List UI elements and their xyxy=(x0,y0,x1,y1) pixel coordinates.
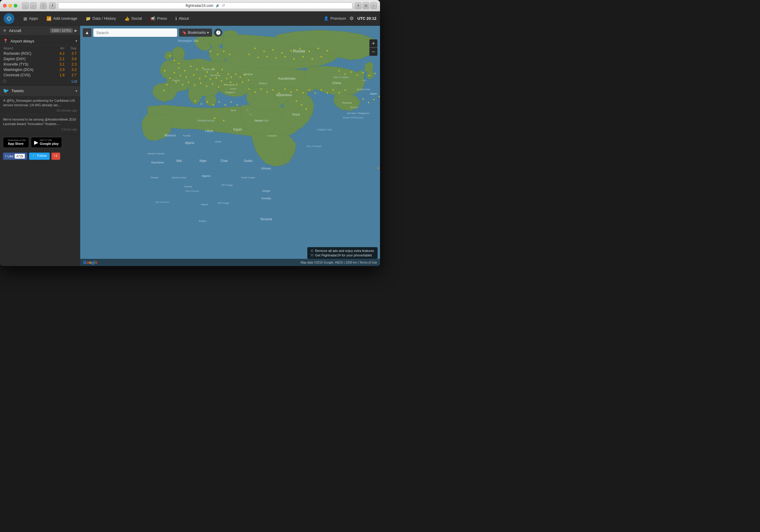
dep-value: 2.3 xyxy=(65,62,77,67)
svg-text:✈: ✈ xyxy=(377,167,380,170)
tweet-time: 26 minutes ago xyxy=(3,109,77,112)
svg-text:Sudan: Sudan xyxy=(244,159,253,163)
svg-text:✈: ✈ xyxy=(272,48,274,51)
forward-button[interactable]: › xyxy=(30,2,36,9)
sidebar-toggle-icon[interactable]: ▤ xyxy=(363,2,369,9)
svg-text:✈: ✈ xyxy=(281,51,283,54)
svg-text:Tunisia: Tunisia xyxy=(183,134,191,137)
svg-text:✈: ✈ xyxy=(220,79,223,82)
app-store-badge[interactable]: Download on the App Store xyxy=(3,137,29,148)
nav-item-about[interactable]: ℹ About xyxy=(171,11,193,26)
svg-text:✈: ✈ xyxy=(350,71,353,73)
browser-chrome: ‹ › ⓘ ⬇ flightradar24.com 🔊 ↺ ⬇ ▤ + xyxy=(0,0,380,11)
svg-text:✈: ✈ xyxy=(223,83,226,86)
arr-value: 2.0 xyxy=(55,67,65,73)
svg-text:South China Sea: South China Sea xyxy=(343,116,363,119)
tweet-text: ✈ @Fly_Norwegian positioning for Caribbe… xyxy=(3,98,77,108)
zoom-in-button[interactable]: + xyxy=(369,39,378,48)
scroll-up-button[interactable]: ▲ xyxy=(82,28,92,37)
svg-text:✈: ✈ xyxy=(263,50,265,53)
nav-item-data-history[interactable]: 📁 Data / History xyxy=(81,11,120,26)
svg-text:✈: ✈ xyxy=(193,73,195,76)
map-background: Norwegian Sea North Sea Sea of Japan Ara… xyxy=(80,26,380,266)
dep-col-header: Dep xyxy=(65,45,77,51)
svg-text:✈: ✈ xyxy=(169,54,171,58)
logo-icon xyxy=(6,15,12,22)
back-button[interactable]: ‹ xyxy=(22,2,29,9)
svg-text:Mali: Mali xyxy=(176,159,182,163)
gplus-button[interactable]: +1 xyxy=(51,153,60,160)
svg-text:✈: ✈ xyxy=(296,89,298,92)
google-play-badge[interactable]: ▶ GET IT ON Google play xyxy=(31,137,62,148)
promo-item-1[interactable]: © Remove all ads and enjoy extra feature… xyxy=(311,249,374,253)
maximize-button[interactable] xyxy=(14,4,17,8)
tweets-toggle-icon: ▾ xyxy=(75,89,77,93)
close-button[interactable] xyxy=(3,4,7,8)
clock-button[interactable]: 🕐 xyxy=(214,28,222,37)
arr-col-header: Arr xyxy=(55,45,65,51)
airport-delays-title: Airport delays xyxy=(11,39,75,43)
browser-actions: ⬇ ▤ + xyxy=(355,2,377,9)
premium-button[interactable]: 👤 Premium xyxy=(324,16,346,21)
svg-text:South Korea: South Korea xyxy=(357,88,370,91)
settings-icon[interactable]: ⚙ xyxy=(350,16,354,21)
map-search-input[interactable] xyxy=(93,28,177,37)
zoom-out-button[interactable]: − xyxy=(369,48,378,56)
main-layout: ✈ Aircraft 1500 / 10751 ▶ 📍 Airport dela… xyxy=(0,26,380,266)
arr-value: 2.1 xyxy=(55,56,65,62)
minimize-button[interactable] xyxy=(8,4,12,8)
svg-text:✈: ✈ xyxy=(217,85,220,89)
map-bottom-bar: Google Map data ©2015 Google, INEGI | 10… xyxy=(80,259,380,266)
svg-text:✈: ✈ xyxy=(206,101,209,104)
svg-text:Gulf of Guinea: Gulf of Guinea xyxy=(155,201,169,203)
svg-text:✈: ✈ xyxy=(295,100,298,103)
nav-item-add-coverage[interactable]: 📶 Add coverage xyxy=(42,11,81,26)
promo-item-2[interactable]: © Get Flightradar24 for your phone/table… xyxy=(311,254,374,257)
svg-text:✈: ✈ xyxy=(284,88,286,91)
svg-text:✈: ✈ xyxy=(305,108,308,111)
promo-text-1: Remove all ads and enjoy extra features xyxy=(315,249,374,253)
aircraft-icon: ✈ xyxy=(3,28,7,33)
nav-about-label: About xyxy=(179,16,189,21)
delay-list-link[interactable]: List xyxy=(71,79,77,83)
svg-text:✈: ✈ xyxy=(230,101,232,104)
facebook-like-button[interactable]: f Like 472k xyxy=(3,153,27,160)
new-tab-icon[interactable]: + xyxy=(370,2,377,9)
svg-text:Ethiopia: Ethiopia xyxy=(261,167,271,170)
svg-text:✈: ✈ xyxy=(320,55,322,58)
address-bar[interactable]: flightradar24.com 🔊 ↺ xyxy=(58,2,353,9)
svg-text:✈: ✈ xyxy=(344,73,347,76)
nav-item-press[interactable]: 📢 Press xyxy=(146,11,171,26)
svg-text:Burkina Faso: Burkina Faso xyxy=(172,176,186,179)
tweets-header[interactable]: 🐦 Tweets ▾ xyxy=(0,85,80,96)
nav-item-social[interactable]: 👍 Social xyxy=(120,11,146,26)
nav-item-apps[interactable]: ▦ Apps xyxy=(19,11,42,26)
svg-text:Ir...: Ir... xyxy=(247,109,250,111)
arr-value: 3.1 xyxy=(55,62,65,67)
svg-text:✈: ✈ xyxy=(374,72,376,75)
user-icon: 👤 xyxy=(324,16,329,21)
aircraft-section-header[interactable]: ✈ Aircraft 1500 / 10751 ▶ xyxy=(0,26,80,36)
refresh-icon[interactable]: ↺ xyxy=(222,3,225,8)
social-icon: 👍 xyxy=(124,16,129,21)
app-header: ▦ Apps 📶 Add coverage 📁 Data / History 👍… xyxy=(0,11,380,26)
svg-text:Niger: Niger xyxy=(200,159,207,163)
reader-button[interactable]: ⓘ xyxy=(40,2,47,9)
svg-text:✈: ✈ xyxy=(200,103,203,106)
app-logo[interactable] xyxy=(4,13,14,24)
sidebar: ✈ Aircraft 1500 / 10751 ▶ 📍 Airport dela… xyxy=(0,26,80,266)
bookmarks-button[interactable]: 🔖 Bookmarks ▾ xyxy=(179,28,212,37)
twitter-follow-button[interactable]: 🐦 Follow xyxy=(29,153,50,160)
table-row: Washington (DCA)2.03.2 xyxy=(3,67,77,73)
svg-text:✈: ✈ xyxy=(326,49,329,52)
svg-text:✈: ✈ xyxy=(209,78,212,81)
download-icon[interactable]: ⬇ xyxy=(355,2,361,9)
dep-value: 2.7 xyxy=(65,73,77,78)
pocket-button[interactable]: ⬇ xyxy=(49,2,56,9)
airport-delays-header[interactable]: 📍 Airport delays ▾ xyxy=(3,37,77,45)
browser-nav: ‹ › xyxy=(22,2,36,9)
map-area[interactable]: Norwegian Sea North Sea Sea of Japan Ara… xyxy=(80,26,380,266)
twitter-icon: 🐦 xyxy=(3,88,9,94)
svg-text:✈: ✈ xyxy=(227,73,229,76)
bookmark-icon: 🔖 xyxy=(182,30,187,35)
